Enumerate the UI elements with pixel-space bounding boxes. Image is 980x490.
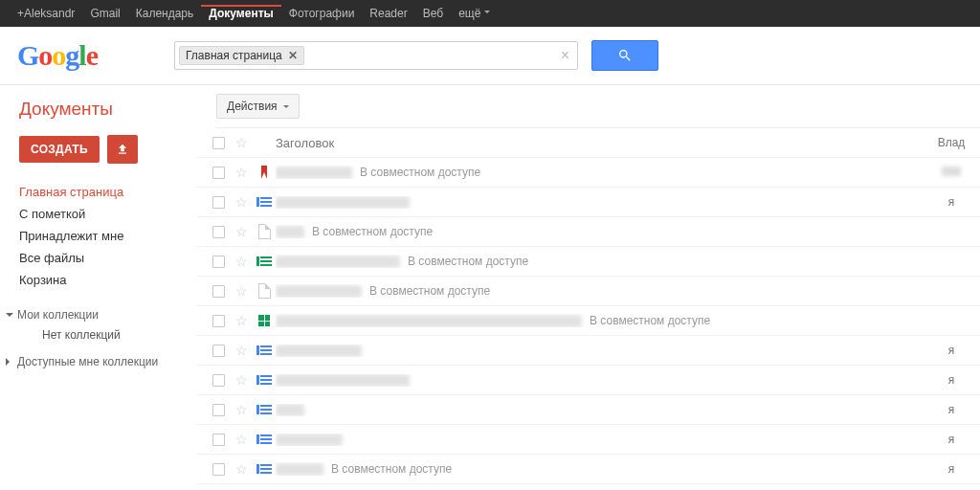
no-collections-label: Нет коллекций bbox=[19, 325, 197, 351]
owner-cell: я bbox=[932, 433, 970, 446]
table-row[interactable]: ☆В совместном доступе bbox=[197, 306, 980, 336]
shared-label: В совместном доступе bbox=[590, 314, 710, 327]
spreadsheet-icon bbox=[256, 256, 272, 266]
star-icon[interactable]: ☆ bbox=[230, 254, 253, 269]
owner-cell: я bbox=[932, 344, 970, 357]
star-icon[interactable]: ☆ bbox=[230, 372, 253, 388]
shared-collections-toggle[interactable]: Доступные мне коллекции bbox=[6, 351, 197, 372]
shared-label: В совместном доступе bbox=[331, 462, 452, 476]
table-row[interactable]: ☆В совместном доступе bbox=[197, 158, 980, 188]
star-icon[interactable]: ☆ bbox=[230, 194, 253, 210]
table-row[interactable]: ☆В совместном доступе bbox=[197, 277, 980, 306]
search-clear-icon[interactable]: × bbox=[553, 47, 577, 64]
row-checkbox[interactable] bbox=[207, 226, 230, 238]
actions-button[interactable]: Действия bbox=[216, 94, 300, 119]
topnav-more[interactable]: ещё bbox=[451, 7, 498, 20]
upload-button[interactable] bbox=[107, 135, 138, 164]
row-checkbox[interactable] bbox=[207, 315, 230, 327]
search-button[interactable] bbox=[591, 40, 658, 71]
toolbar: Действия bbox=[216, 85, 980, 128]
row-checkbox[interactable] bbox=[207, 434, 230, 446]
star-header-icon: ☆ bbox=[230, 135, 253, 150]
table-row[interactable]: ☆я bbox=[197, 366, 980, 395]
row-checkbox[interactable] bbox=[207, 463, 230, 476]
chip-remove-icon[interactable]: ✕ bbox=[288, 49, 298, 62]
doc-title-redacted bbox=[276, 463, 323, 476]
sidebar-item[interactable]: Корзина bbox=[19, 269, 197, 291]
doc-title-redacted bbox=[276, 285, 362, 298]
sidebar-item[interactable]: Все файлы bbox=[19, 247, 197, 269]
star-icon[interactable]: ☆ bbox=[230, 343, 253, 358]
upload-icon bbox=[116, 143, 129, 156]
owner-cell: я bbox=[932, 195, 970, 209]
owner-header[interactable]: Влад bbox=[932, 136, 970, 149]
row-checkbox[interactable] bbox=[207, 196, 230, 209]
table-row[interactable]: ☆В совместном доступе bbox=[197, 217, 980, 247]
file-icon bbox=[258, 224, 271, 239]
select-all-checkbox[interactable] bbox=[207, 137, 230, 149]
google-logo[interactable]: Google bbox=[17, 39, 98, 72]
sidebar-nav: Главная страницаС пометкойПринадлежит мн… bbox=[19, 181, 197, 291]
table-row[interactable]: ☆В совместном доступея bbox=[197, 455, 980, 484]
table-row[interactable]: ☆я bbox=[197, 336, 980, 366]
top-nav: +AleksandrGmailКалендарьДокументыФотогра… bbox=[0, 0, 980, 27]
my-collections-toggle[interactable]: Мои коллекции bbox=[6, 304, 197, 325]
main: Документы СОЗДАТЬ Главная страницаС поме… bbox=[0, 85, 980, 484]
row-checkbox[interactable] bbox=[207, 256, 230, 268]
doc-title-redacted bbox=[276, 345, 362, 357]
star-icon[interactable]: ☆ bbox=[230, 313, 253, 328]
doc-title-redacted bbox=[276, 256, 400, 268]
topnav-item[interactable]: Reader bbox=[362, 7, 414, 20]
search-input[interactable] bbox=[308, 49, 553, 63]
doc-title-redacted bbox=[276, 196, 410, 209]
topnav-item[interactable]: Фотографии bbox=[281, 7, 363, 20]
my-collections-label: Мои коллекции bbox=[17, 308, 99, 322]
owner-cell: я bbox=[932, 373, 970, 387]
sidebar-item[interactable]: Принадлежит мне bbox=[19, 225, 197, 247]
topnav-item[interactable]: Веб bbox=[415, 7, 451, 20]
document-icon bbox=[256, 405, 272, 414]
create-button[interactable]: СОЗДАТЬ bbox=[19, 136, 100, 163]
row-checkbox[interactable] bbox=[207, 285, 230, 298]
title-header[interactable]: Заголовок bbox=[276, 136, 334, 150]
row-checkbox[interactable] bbox=[207, 374, 230, 387]
star-icon[interactable]: ☆ bbox=[230, 165, 253, 180]
topnav-item[interactable]: Календарь bbox=[128, 7, 202, 20]
search-chip[interactable]: Главная страница ✕ bbox=[179, 46, 304, 65]
search-box[interactable]: Главная страница ✕ × bbox=[174, 41, 578, 70]
star-icon[interactable]: ☆ bbox=[230, 402, 253, 417]
star-icon[interactable]: ☆ bbox=[230, 283, 253, 299]
chevron-down-icon bbox=[6, 313, 13, 321]
owner-cell bbox=[932, 166, 970, 179]
document-icon bbox=[256, 345, 272, 355]
chevron-right-icon bbox=[6, 358, 13, 366]
document-icon bbox=[256, 434, 272, 444]
pdf-icon bbox=[257, 166, 271, 179]
doc-title-redacted bbox=[276, 374, 410, 387]
doc-title-redacted bbox=[276, 315, 582, 327]
doc-title-redacted bbox=[276, 434, 343, 446]
row-checkbox[interactable] bbox=[207, 345, 230, 357]
doc-title-redacted bbox=[276, 167, 352, 179]
table-row[interactable]: ☆В совместном доступе bbox=[197, 247, 980, 277]
table-row[interactable]: ☆я bbox=[197, 425, 980, 455]
content: Действия ☆ЗаголовокВлад☆В совместном дос… bbox=[197, 85, 980, 484]
table-row[interactable]: ☆я bbox=[197, 188, 980, 217]
table-row[interactable]: ☆я bbox=[197, 395, 980, 425]
topnav-item[interactable]: Gmail bbox=[82, 7, 127, 20]
star-icon[interactable]: ☆ bbox=[230, 224, 253, 239]
star-icon[interactable]: ☆ bbox=[230, 461, 253, 477]
topnav-item[interactable]: Документы bbox=[201, 5, 280, 20]
star-icon[interactable]: ☆ bbox=[230, 432, 253, 447]
row-checkbox[interactable] bbox=[207, 167, 230, 179]
document-icon bbox=[256, 464, 272, 474]
search-wrap: Главная страница ✕ × bbox=[174, 40, 658, 71]
doc-title-redacted bbox=[276, 226, 304, 238]
document-icon bbox=[256, 197, 272, 207]
sidebar-item[interactable]: Главная страница bbox=[19, 181, 197, 203]
row-checkbox[interactable] bbox=[207, 404, 230, 416]
sidebar-item[interactable]: С пометкой bbox=[19, 203, 197, 225]
collection-icon bbox=[258, 315, 270, 326]
user-link[interactable]: +Aleksandr bbox=[10, 7, 82, 20]
document-icon bbox=[256, 375, 272, 385]
